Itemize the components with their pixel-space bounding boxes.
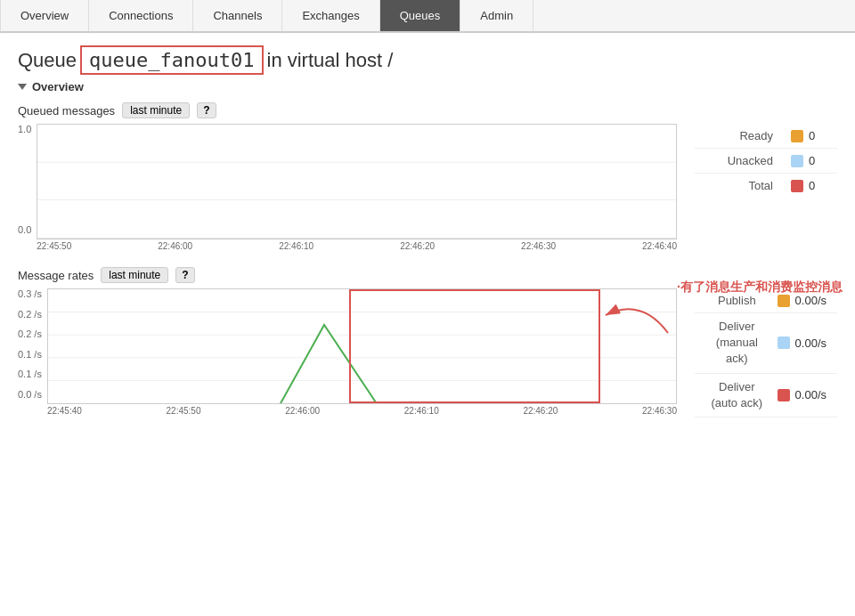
y-rate-3: 0.2 /s (18, 328, 42, 339)
total-value: 0 (809, 179, 815, 192)
queued-messages-header: Queued messages last minute ? (18, 102, 837, 118)
y-axis-labels-rates: 0.3 /s 0.2 /s 0.2 /s 0.1 /s 0.1 /s 0.0 /… (18, 288, 47, 416)
collapse-icon (18, 84, 27, 90)
x-label-3: 22:46:10 (279, 241, 314, 251)
queued-messages-chart-area: 1.0 0.0 22:45:50 2 (18, 124, 837, 251)
x-label-2: 22:46:00 (158, 241, 192, 251)
rates-chart-bg (47, 288, 677, 404)
y-rate-6: 0.0 /s (18, 389, 42, 400)
legend-total-colorval: 0 (791, 179, 826, 192)
y-rate-2: 0.2 /s (18, 309, 42, 320)
legend-ready: Ready 0 (695, 124, 837, 149)
message-rates-label: Message rates (18, 269, 94, 282)
message-rates-interval[interactable]: last minute (101, 267, 168, 283)
queued-chart-bg (37, 124, 677, 239)
message-rates-help[interactable]: ? (175, 267, 194, 283)
message-rates-chart-container: 0.3 /s 0.2 /s 0.2 /s 0.1 /s 0.1 /s 0.0 /… (18, 288, 677, 416)
legend-unacked: Unacked 0 (695, 149, 837, 174)
nav-bar: Overview Connections Channels Exchanges … (0, 0, 855, 33)
deliver-auto-value: 0.00/s (795, 388, 826, 401)
queued-messages-interval[interactable]: last minute (122, 102, 190, 118)
overview-label: Overview (32, 80, 84, 93)
message-rates-section: Message rates last minute ? 0.3 /s 0.2 /… (18, 267, 837, 417)
y-axis-labels-queued: 1.0 0.0 (18, 124, 37, 251)
rates-legend: Publish 0.00/s Deliver(manualack) 0.00/s… (695, 288, 837, 417)
nav-tab-channels[interactable]: Channels (193, 0, 282, 31)
page-title: Queue queue_fanout01 in virtual host / (18, 45, 837, 75)
legend-ready-colorval: 0 (791, 129, 826, 142)
nav-tab-overview[interactable]: Overview (0, 0, 89, 31)
x-label-6: 22:46:40 (642, 241, 677, 251)
legend-deliver-auto-label: Deliver(auto ack) (705, 379, 769, 411)
queued-messages-help[interactable]: ? (197, 102, 216, 118)
xr-label-1: 22:45:40 (47, 406, 82, 416)
x-label-1: 22:45:50 (37, 241, 71, 251)
xr-label-6: 22:46:30 (642, 406, 677, 416)
message-rates-chart-area: 0.3 /s 0.2 /s 0.2 /s 0.1 /s 0.1 /s 0.0 /… (18, 288, 837, 417)
title-suffix: in virtual host / (267, 49, 394, 72)
overview-section-header[interactable]: Overview (18, 80, 837, 93)
nav-tab-admin[interactable]: Admin (460, 0, 533, 31)
legend-deliver-manual: Deliver(manualack) 0.00/s (695, 313, 837, 374)
nav-tab-connections[interactable]: Connections (89, 0, 193, 31)
legend-unacked-colorval: 0 (791, 154, 826, 167)
legend-total-label: Total (705, 179, 773, 192)
x-label-5: 22:46:30 (521, 241, 556, 251)
legend-deliver-manual-label: Deliver(manualack) (705, 319, 769, 368)
xr-label-3: 22:46:00 (285, 406, 320, 416)
x-label-4: 22:46:20 (400, 241, 435, 251)
deliver-manual-value: 0.00/s (795, 336, 826, 350)
unacked-color-box (791, 155, 803, 167)
legend-total: Total 0 (695, 174, 837, 198)
ready-value: 0 (809, 129, 815, 142)
y-rate-1: 0.3 /s (18, 288, 42, 299)
queued-messages-section: Queued messages last minute ? 1.0 0.0 (18, 102, 837, 251)
legend-deliver-auto-colorval: 0.00/s (778, 388, 826, 401)
legend-ready-label: Ready (705, 129, 773, 142)
xr-label-4: 22:46:10 (404, 406, 439, 416)
message-rates-header: Message rates last minute ? (18, 267, 837, 283)
xr-label-5: 22:46:20 (523, 406, 558, 416)
highlight-box (349, 289, 600, 403)
publish-color-box (778, 295, 790, 307)
deliver-auto-color-box (778, 389, 790, 401)
y-rate-5: 0.1 /s (18, 369, 42, 379)
nav-tab-queues[interactable]: Queues (380, 0, 461, 31)
y-label-bottom: 0.0 (18, 224, 31, 235)
nav-tab-exchanges[interactable]: Exchanges (282, 0, 379, 31)
deliver-manual-color-box (778, 336, 790, 349)
unacked-value: 0 (809, 154, 815, 167)
legend-unacked-label: Unacked (705, 154, 773, 167)
queued-messages-legend: Ready 0 Unacked 0 Total (695, 124, 837, 198)
queued-messages-chart-container: 1.0 0.0 22:45:50 2 (18, 124, 677, 251)
legend-publish-label: Publish (705, 294, 769, 307)
ready-color-box (791, 130, 803, 142)
total-color-box (791, 180, 803, 192)
queue-name: queue_fanout01 (80, 45, 263, 75)
legend-deliver-manual-colorval: 0.00/s (778, 336, 826, 350)
publish-value: 0.00/s (795, 294, 826, 307)
queued-messages-label: Queued messages (18, 104, 115, 118)
legend-publish-colorval: 0.00/s (778, 294, 826, 307)
xr-label-2: 22:45:50 (167, 406, 201, 416)
title-prefix: Queue (18, 49, 77, 72)
legend-publish: Publish 0.00/s (695, 288, 837, 313)
y-label-top: 1.0 (18, 124, 31, 134)
x-axis-labels-queued: 22:45:50 22:46:00 22:46:10 22:46:20 22:4… (37, 239, 677, 251)
queued-chart-area: 22:45:50 22:46:00 22:46:10 22:46:20 22:4… (37, 124, 677, 251)
y-rate-4: 0.1 /s (18, 349, 42, 360)
rates-chart-area: 22:45:40 22:45:50 22:46:00 22:46:10 22:4… (47, 288, 677, 416)
page-content: Queue queue_fanout01 in virtual host / O… (0, 33, 855, 446)
legend-deliver-auto: Deliver(auto ack) 0.00/s (695, 374, 837, 417)
x-axis-labels-rates: 22:45:40 22:45:50 22:46:00 22:46:10 22:4… (47, 404, 677, 416)
